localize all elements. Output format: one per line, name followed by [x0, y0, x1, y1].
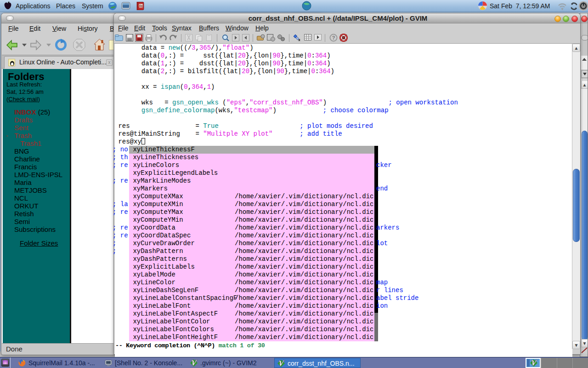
svg-text:?: ?: [332, 35, 335, 40]
svg-text:Aa: Aa: [139, 4, 143, 7]
